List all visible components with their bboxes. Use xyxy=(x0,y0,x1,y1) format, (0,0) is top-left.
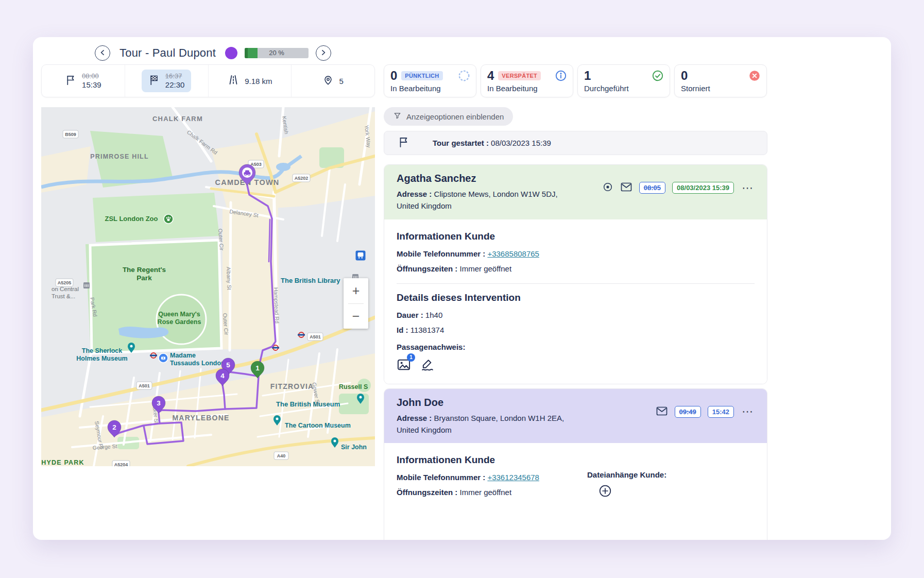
id-label: Id : xyxy=(397,326,408,334)
label-tussauds-2: Tussauds London xyxy=(170,360,225,367)
svg-text:3: 3 xyxy=(157,399,161,407)
address-label: Adresse : xyxy=(397,414,432,422)
label-trust-1: on Central xyxy=(52,286,79,292)
filter-icon xyxy=(393,111,402,122)
status-card-punctual[interactable]: 0 PÜNKTLICH In Bearbeitung xyxy=(384,64,476,97)
zoom-in-button[interactable]: + xyxy=(344,278,368,303)
attachments-label: Dateianhänge Kunde: xyxy=(587,470,666,479)
stops-count-value: 5 xyxy=(339,77,343,86)
stop-header-agatha[interactable]: Agatha Sanchez Adresse : Clipstone Mews,… xyxy=(384,165,767,219)
proof-signature-button[interactable] xyxy=(420,358,435,373)
svg-text:B509: B509 xyxy=(65,132,76,137)
zoom-out-button[interactable]: − xyxy=(344,304,368,329)
shield-a5202: A5202 xyxy=(293,174,310,182)
end-planned-time: 16:37 xyxy=(165,72,185,80)
shield-a5204: A5204 xyxy=(112,461,130,466)
chevron-left-icon xyxy=(97,47,108,59)
locate-stop-button[interactable] xyxy=(602,181,613,194)
display-options-button[interactable]: Anzeigeoptionen einblenden xyxy=(384,107,513,126)
email-button[interactable] xyxy=(656,405,668,419)
punctual-badge: PÜNKTLICH xyxy=(401,71,442,80)
actual-time-badge: 08/03/2023 15:39 xyxy=(672,182,734,194)
add-attachment-button[interactable] xyxy=(598,484,612,499)
previous-tour-button[interactable] xyxy=(95,45,110,61)
status-card-done[interactable]: 1 Durchgeführt xyxy=(577,64,670,97)
eta-time-badge: 15:42 xyxy=(708,406,734,418)
status-card-cancelled[interactable]: 0 Storniert xyxy=(674,64,767,97)
more-options-button[interactable]: ⋯ xyxy=(741,182,755,194)
label-sherlock-1: The Sherlock xyxy=(82,347,123,354)
cancelled-sublabel: Storniert xyxy=(681,84,760,93)
label-museum: The British Museum xyxy=(276,400,340,408)
spinner-icon xyxy=(457,69,471,84)
map-pin-icon xyxy=(322,74,334,88)
address-label: Adresse : xyxy=(397,190,432,198)
label-marylebone: MARYLEBONE xyxy=(172,414,229,422)
customer-info-heading: Informationen Kunde xyxy=(397,454,587,466)
transit-station-icon xyxy=(356,251,366,261)
hours-value: Immer geöffnet xyxy=(460,488,512,497)
done-count: 1 xyxy=(584,69,591,82)
duration-label: Dauer : xyxy=(397,311,423,319)
svg-text:2: 2 xyxy=(112,423,116,431)
display-options-label: Anzeigeoptionen einblenden xyxy=(406,112,504,121)
email-button[interactable] xyxy=(620,181,632,195)
envelope-icon xyxy=(656,405,668,419)
label-regents-2: Park xyxy=(136,274,152,282)
svg-text:A501: A501 xyxy=(310,334,321,339)
proof-label: Passagenachweis: xyxy=(397,343,755,351)
svg-text:5: 5 xyxy=(226,361,230,369)
late-count: 4 xyxy=(487,69,494,82)
next-tour-button[interactable] xyxy=(316,45,331,61)
plus-circle-icon xyxy=(598,484,612,499)
label-primrose-hill: PRIMROSE HILL xyxy=(90,153,149,160)
tour-app-window: Tour - Paul Dupont 20 % 08:00 15:39 xyxy=(33,37,891,540)
start-actual-time: 15:39 xyxy=(82,80,101,90)
svg-text:1: 1 xyxy=(255,364,260,372)
label-russell: Russell S xyxy=(339,383,368,390)
tussauds-camera-icon xyxy=(159,353,168,363)
envelope-icon xyxy=(620,181,632,195)
stat-end-time: 16:37 22:30 xyxy=(125,65,208,97)
planned-time-badge: 08:05 xyxy=(639,182,665,194)
end-time-highlight: 16:37 22:30 xyxy=(142,70,192,92)
shield-a501-west: A501 xyxy=(136,382,152,389)
photo-count-badge: 1 xyxy=(407,353,415,362)
cancelled-count: 0 xyxy=(681,69,688,82)
target-icon xyxy=(602,181,613,194)
tour-started-value: 08/03/2023 15:39 xyxy=(491,139,551,147)
stat-start-time: 08:00 15:39 xyxy=(42,65,125,97)
page-title: Tour - Paul Dupont xyxy=(119,46,216,60)
stop-name: John Doe xyxy=(397,397,574,409)
driver-color-dot xyxy=(225,47,237,59)
map-zoom-control: + − xyxy=(344,278,368,329)
label-hyde-park: HYDE PARK xyxy=(41,459,84,466)
punctual-count: 0 xyxy=(390,69,397,82)
road-icon xyxy=(227,74,239,88)
flag-start-icon xyxy=(65,74,77,88)
duration-value: 1h40 xyxy=(425,311,442,319)
building-icon xyxy=(83,282,90,288)
map[interactable]: CHALK FARM PRIMROSE HILL CAMDEN TOWN MAR… xyxy=(41,107,375,466)
svg-text:A5202: A5202 xyxy=(295,176,309,181)
label-regents-1: The Regent's xyxy=(123,266,166,274)
svg-text:A5204: A5204 xyxy=(114,462,128,466)
stops-panel: Anzeigeoptionen einblenden Tour gestarte… xyxy=(384,107,767,540)
label-tussauds-1: Madame xyxy=(170,352,196,359)
phone-link[interactable]: +33612345678 xyxy=(487,473,539,482)
stop-card-agatha-sanchez: Agatha Sanchez Adresse : Clipstone Mews,… xyxy=(384,164,767,384)
signature-icon xyxy=(420,358,435,373)
status-card-late[interactable]: 4 VERSPÄTET In Bearbeitung xyxy=(481,64,573,97)
stop-header-john[interactable]: John Doe Adresse : Bryanston Square, Lon… xyxy=(384,389,767,444)
map-canvas: CHALK FARM PRIMROSE HILL CAMDEN TOWN MAR… xyxy=(41,107,375,466)
punctual-sublabel: In Bearbeitung xyxy=(390,84,470,93)
end-actual-time: 22:30 xyxy=(165,80,185,90)
phone-link[interactable]: +33685808765 xyxy=(487,249,539,258)
shield-b509: B509 xyxy=(63,130,78,138)
customer-info-heading: Informationen Kunde xyxy=(397,231,755,242)
stat-distance: 9.18 km xyxy=(208,65,292,97)
more-options-button[interactable]: ⋯ xyxy=(741,406,755,417)
label-library: The British Library xyxy=(281,277,340,284)
svg-text:A501: A501 xyxy=(139,383,150,388)
hours-label: Öffnungszeiten : xyxy=(397,264,457,273)
